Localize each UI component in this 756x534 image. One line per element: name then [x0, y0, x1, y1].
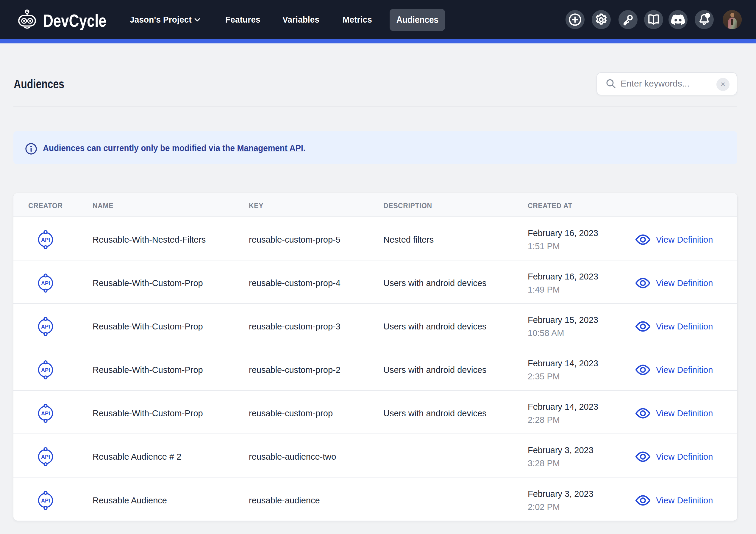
svg-text:API: API [41, 237, 50, 243]
svg-text:API: API [41, 454, 50, 460]
svg-text:API: API [41, 280, 50, 286]
svg-text:API: API [41, 411, 50, 417]
svg-text:API: API [41, 498, 50, 504]
svg-text:API: API [41, 324, 50, 330]
svg-text:API: API [41, 367, 50, 373]
